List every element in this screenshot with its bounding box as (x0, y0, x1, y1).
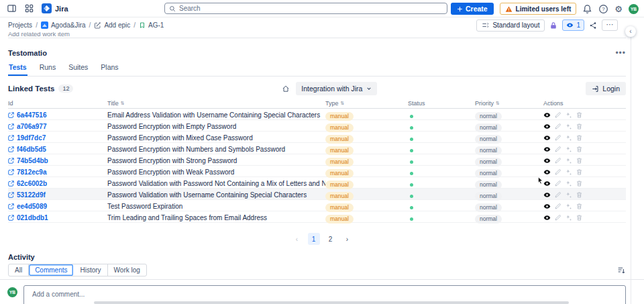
external-link-icon (8, 192, 14, 198)
view-test-icon[interactable] (543, 203, 551, 210)
search-input[interactable] (179, 5, 443, 12)
edit-test-icon[interactable] (554, 191, 561, 199)
tab-suites[interactable]: Suites (68, 61, 89, 76)
tab-runs[interactable]: Runs (39, 61, 57, 76)
edit-test-icon[interactable] (554, 180, 561, 187)
view-test-icon[interactable] (543, 123, 551, 130)
global-search[interactable] (164, 3, 447, 14)
login-button[interactable]: Login (586, 82, 626, 95)
view-test-icon[interactable] (543, 214, 551, 221)
edit-test-icon[interactable] (554, 157, 561, 164)
delete-test-icon[interactable] (576, 180, 583, 187)
home-icon[interactable] (282, 85, 290, 93)
breadcrumb-projects[interactable]: Projects (8, 21, 32, 29)
edit-test-icon[interactable] (554, 203, 561, 210)
view-test-icon[interactable] (543, 111, 551, 119)
test-id-link[interactable]: 53122d9f (17, 191, 46, 199)
ai-wand-icon[interactable] (565, 134, 572, 142)
tab-plans[interactable]: Plans (100, 61, 119, 76)
app-switcher-icon[interactable] (24, 3, 34, 13)
testomatio-more-icon[interactable]: ••• (615, 48, 626, 58)
activity-tab-comments[interactable]: Comments (29, 264, 74, 276)
ai-wand-icon[interactable] (565, 168, 572, 176)
delete-test-icon[interactable] (576, 111, 583, 119)
testomatio-title: Testomatio (8, 49, 47, 57)
view-test-icon[interactable] (543, 180, 551, 187)
status-dot (410, 138, 413, 141)
ai-wand-icon[interactable] (565, 146, 572, 153)
ai-wand-icon[interactable] (565, 123, 572, 130)
limited-users-warning[interactable]: Limited users left (500, 3, 577, 15)
view-test-icon[interactable] (543, 168, 551, 176)
watchers-chip[interactable]: 1 (562, 19, 584, 31)
ai-wand-icon[interactable] (565, 214, 572, 221)
edit-test-icon[interactable] (554, 146, 561, 153)
edit-test-icon[interactable] (554, 134, 561, 142)
status-dot (410, 149, 413, 152)
lock-icon[interactable] (549, 21, 557, 30)
delete-test-icon[interactable] (576, 214, 583, 221)
column-header-priority[interactable]: Priority⇅ (475, 100, 543, 107)
test-id-link[interactable]: f46db5d5 (17, 146, 46, 153)
ai-wand-icon[interactable] (565, 191, 572, 199)
collapse-panel-button[interactable]: ‹ (625, 26, 636, 37)
standard-layout-button[interactable]: Standard layout (476, 19, 545, 32)
test-id-link[interactable]: 19df7dc7 (17, 134, 46, 142)
settings-gear-icon[interactable]: ⚙ (614, 5, 623, 13)
column-header-type[interactable]: Type⇅ (325, 100, 408, 107)
ai-wand-icon[interactable] (565, 157, 572, 164)
delete-test-icon[interactable] (576, 168, 583, 176)
edit-test-icon[interactable] (554, 168, 561, 176)
delete-test-icon[interactable] (576, 146, 583, 153)
sidebar-toggle-icon[interactable] (7, 3, 17, 13)
edit-test-icon[interactable] (554, 123, 561, 130)
breadcrumb-issue[interactable]: AG-1 (139, 21, 164, 29)
tab-tests[interactable]: Tests (8, 61, 28, 76)
page-button-1[interactable]: 1 (308, 233, 320, 245)
ai-wand-icon[interactable] (565, 180, 572, 187)
view-test-icon[interactable] (543, 157, 551, 164)
delete-test-icon[interactable] (576, 157, 583, 164)
column-header-id[interactable]: Id (8, 100, 107, 107)
prev-page-button[interactable]: ‹ (291, 233, 303, 245)
create-button[interactable]: Create (451, 3, 494, 15)
edit-test-icon[interactable] (554, 111, 561, 119)
jira-home-link[interactable]: Jira (42, 3, 68, 13)
test-id-link[interactable]: a706a977 (17, 123, 47, 130)
more-actions-button[interactable]: ⋯ (602, 19, 618, 31)
test-id-link[interactable]: 74b5d4bb (17, 157, 48, 164)
next-page-button[interactable]: › (341, 233, 354, 245)
ai-wand-icon[interactable] (565, 111, 572, 119)
edit-test-icon[interactable] (554, 214, 561, 221)
activity-tab-history[interactable]: History (74, 264, 107, 276)
integration-dropdown[interactable]: Integration with Jira (296, 82, 377, 95)
delete-test-icon[interactable] (576, 123, 583, 130)
user-avatar[interactable]: YB (629, 4, 639, 14)
delete-test-icon[interactable] (576, 134, 583, 142)
test-id-link[interactable]: 7812ec9a (17, 168, 47, 176)
breadcrumb-project[interactable]: Agoda&Jira (41, 21, 86, 29)
page-button-2[interactable]: 2 (325, 233, 337, 245)
test-id-link[interactable]: 6a447516 (17, 111, 47, 119)
activity-tab-work-log[interactable]: Work log (108, 264, 146, 276)
delete-test-icon[interactable] (576, 191, 583, 199)
sort-order-icon[interactable] (617, 266, 626, 274)
test-id-link[interactable]: 021dbdb1 (17, 214, 48, 221)
activity-tab-all[interactable]: All (9, 264, 29, 276)
column-header-title[interactable]: Title⇅ (107, 100, 325, 107)
notifications-icon[interactable] (582, 4, 592, 14)
help-icon[interactable]: ? (598, 4, 608, 14)
column-header-status[interactable]: Status (408, 100, 475, 107)
delete-test-icon[interactable] (576, 203, 583, 210)
breadcrumb-add-epic[interactable]: Add epic (94, 21, 130, 29)
share-icon[interactable] (589, 21, 597, 30)
test-id-link[interactable]: ee4d5089 (17, 203, 47, 210)
test-title: Password Encryption with Weak Password (107, 168, 325, 176)
view-test-icon[interactable] (543, 134, 551, 142)
ai-wand-icon[interactable] (565, 203, 572, 210)
view-test-icon[interactable] (543, 146, 551, 153)
panel-splitter[interactable] (631, 18, 631, 304)
type-badge: manual (325, 112, 354, 121)
test-id-link[interactable]: 62c6002b (17, 180, 47, 187)
view-test-icon[interactable] (543, 191, 551, 199)
